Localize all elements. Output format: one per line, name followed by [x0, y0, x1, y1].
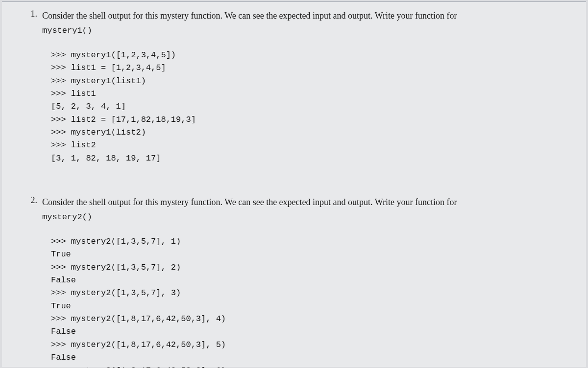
spacer — [2, 180, 586, 195]
question-1: 1. Consider the shell output for this my… — [2, 9, 586, 165]
question-2-prompt: Consider the shell output for this myste… — [42, 195, 457, 224]
question-2: 2. Consider the shell output for this my… — [2, 195, 586, 368]
question-2-number: 2. — [2, 195, 40, 206]
question-2-fn: mystery2() — [42, 212, 92, 222]
shell-input-line: mystery2([1,8,17,6,42,50,3], 6) — [51, 365, 586, 368]
shell-input-line: list1 = [1,2,3,4,5] — [51, 62, 586, 74]
code-block-2: mystery2([1,3,5,7], 1)Truemystery2([1,3,… — [51, 235, 586, 368]
shell-input-line: mystery2([1,3,5,7], 2) — [51, 261, 586, 274]
shell-input-line: list2 — [51, 139, 586, 152]
shell-output-line: False — [51, 274, 586, 287]
shell-input-line: list1 — [51, 88, 586, 100]
code-block-1: mystery1([1,2,3,4,5])list1 = [1,2,3,4,5]… — [51, 49, 586, 165]
shell-output-line: True — [51, 248, 586, 261]
shell-input-line: mystery1(list1) — [51, 75, 586, 88]
shell-input-line: mystery1(list2) — [51, 126, 586, 139]
document-page: 1. Consider the shell output for this my… — [2, 1, 586, 367]
question-1-fn: mystery1() — [42, 26, 92, 35]
shell-input-line: mystery2([1,3,5,7], 1) — [51, 235, 586, 248]
shell-input-line: mystery2([1,8,17,6,42,50,3], 4) — [51, 313, 586, 325]
question-1-prompt: Consider the shell output for this myste… — [42, 9, 457, 37]
shell-output-line: False — [51, 351, 586, 364]
shell-input-line: list2 = [17,1,82,18,19,3] — [51, 114, 586, 126]
question-1-prompt-text: Consider the shell output for this myste… — [42, 9, 457, 23]
shell-input-line: mystery1([1,2,3,4,5]) — [51, 49, 586, 62]
question-2-prompt-text: Consider the shell output for this myste… — [42, 195, 457, 209]
shell-output-line: [3, 1, 82, 18, 19, 17] — [51, 152, 586, 165]
question-1-number: 1. — [2, 9, 40, 19]
shell-output-line: False — [51, 325, 586, 338]
shell-output-line: True — [51, 300, 586, 313]
shell-input-line: mystery2([1,8,17,6,42,50,3], 5) — [51, 339, 586, 351]
shell-input-line: mystery2([1,3,5,7], 3) — [51, 287, 586, 299]
shell-output-line: [5, 2, 3, 4, 1] — [51, 100, 586, 113]
